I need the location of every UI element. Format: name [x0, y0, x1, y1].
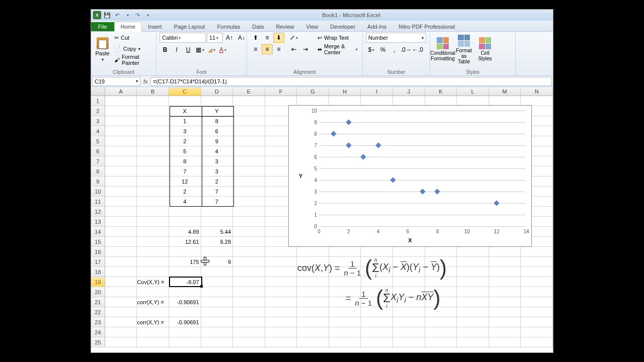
tab-file[interactable]: File [91, 22, 114, 31]
align-top-button[interactable]: ⬆ [250, 33, 261, 43]
increase-decimal-button[interactable]: .0→ [400, 45, 412, 55]
cell-E11[interactable] [233, 197, 265, 207]
cell-D18[interactable] [201, 267, 233, 277]
cell-A17[interactable] [105, 257, 137, 267]
cell-B24[interactable] [137, 327, 169, 337]
cell-B17[interactable] [137, 257, 169, 267]
cell-B11[interactable] [137, 197, 169, 207]
increase-indent-button[interactable]: ⇥ [300, 44, 311, 54]
cell-E5[interactable] [233, 136, 265, 146]
cell-E19[interactable] [233, 277, 265, 287]
number-format-select[interactable]: Number▾ [366, 33, 426, 43]
cell-D2[interactable]: Y [201, 106, 233, 116]
cell-A15[interactable] [105, 237, 137, 247]
tab-pagelayout[interactable]: Page Layout [168, 22, 211, 31]
undo-dropdown[interactable] [123, 11, 131, 19]
cell-M16[interactable] [489, 247, 521, 257]
cell-E9[interactable] [233, 176, 265, 187]
cell-D19[interactable] [201, 277, 233, 287]
row-header[interactable]: 24 [91, 327, 105, 337]
cell-D15[interactable]: 6.28 [201, 237, 233, 247]
cell-D17[interactable]: 9 [201, 257, 233, 267]
row-header[interactable]: 14 [91, 227, 105, 237]
cell-M24[interactable] [489, 327, 521, 337]
cell-E13[interactable] [233, 217, 265, 227]
cell-D13[interactable] [201, 217, 233, 227]
cell-A10[interactable] [105, 187, 137, 197]
cell-B25[interactable] [137, 337, 169, 347]
cell-C14[interactable]: 4.89 [169, 227, 201, 237]
cell-D10[interactable]: 7 [201, 187, 233, 197]
cell-M25[interactable] [489, 337, 521, 347]
undo-icon[interactable]: ↶ [113, 11, 121, 19]
cell-E21[interactable] [233, 297, 265, 307]
cell-E2[interactable] [233, 106, 265, 116]
cell-E24[interactable] [233, 327, 265, 337]
cell-N1[interactable] [521, 96, 553, 106]
cell-C24[interactable] [169, 327, 201, 337]
tab-nitro[interactable]: Nitro PDF Professional [392, 22, 461, 31]
italic-button[interactable]: I [171, 45, 182, 55]
row-header[interactable]: 10 [91, 187, 105, 197]
row-header[interactable]: 13 [91, 217, 105, 227]
cell-M18[interactable] [489, 267, 521, 277]
shrink-font-button[interactable]: A↓ [236, 33, 247, 43]
tab-developer[interactable]: Developer [324, 22, 361, 31]
cell-I1[interactable] [361, 96, 393, 106]
cell-N20[interactable] [521, 287, 553, 297]
cell-F18[interactable] [265, 267, 297, 277]
font-color-button[interactable]: A [217, 45, 228, 55]
decrease-decimal-button[interactable]: ←.0 [412, 45, 423, 55]
cell-B4[interactable] [137, 126, 169, 136]
wrap-text-button[interactable]: ↩Wrap Text [316, 33, 359, 43]
cell-A4[interactable] [105, 126, 137, 136]
cell-A18[interactable] [105, 267, 137, 277]
col-E[interactable]: E [233, 87, 265, 96]
cell-E6[interactable] [233, 146, 265, 156]
cell-K1[interactable] [425, 96, 457, 106]
comma-button[interactable]: , [389, 45, 400, 55]
cell-C3[interactable]: 1 [169, 116, 201, 126]
merge-center-button[interactable]: ⬌Merge & Center [316, 44, 359, 54]
cell-B1[interactable] [137, 96, 169, 106]
cell-A2[interactable] [105, 106, 137, 116]
cell-A16[interactable] [105, 247, 137, 257]
cut-button[interactable]: ✂Cut [113, 33, 153, 43]
cell-A22[interactable] [105, 307, 137, 317]
cell-C4[interactable]: 3 [169, 126, 201, 136]
cell-D5[interactable]: 9 [201, 136, 233, 146]
row-header[interactable]: 8 [91, 166, 105, 176]
cell-B20[interactable] [137, 287, 169, 297]
cell-A20[interactable] [105, 287, 137, 297]
cell-D21[interactable] [201, 297, 233, 307]
cell-N22[interactable] [521, 307, 553, 317]
cell-N18[interactable] [521, 267, 553, 277]
cell-C25[interactable] [169, 337, 201, 347]
cell-M19[interactable] [489, 277, 521, 287]
cell-E14[interactable] [233, 227, 265, 237]
cell-E23[interactable] [233, 317, 265, 327]
cell-B13[interactable] [137, 217, 169, 227]
cell-F1[interactable] [265, 96, 297, 106]
cell-E22[interactable] [233, 307, 265, 317]
tab-insert[interactable]: Insert [142, 22, 168, 31]
col-I[interactable]: I [361, 87, 393, 96]
cell-E18[interactable] [233, 267, 265, 277]
cell-C22[interactable] [169, 307, 201, 317]
col-A[interactable]: A [105, 87, 137, 96]
cell-M21[interactable] [489, 297, 521, 307]
row-header[interactable]: 23 [91, 317, 105, 327]
copy-button[interactable]: 📄Copy▾ [113, 44, 153, 54]
cell-B9[interactable] [137, 176, 169, 187]
col-J[interactable]: J [393, 87, 425, 96]
cell-D7[interactable]: 3 [201, 156, 233, 166]
cell-F25[interactable] [265, 337, 297, 347]
cell-N21[interactable] [521, 297, 553, 307]
cell-C2[interactable]: X [169, 106, 201, 116]
cell-D14[interactable]: 5.44 [201, 227, 233, 237]
format-painter-button[interactable]: 🖌Format Painter [113, 55, 153, 65]
cell-C5[interactable]: 2 [169, 136, 201, 146]
align-bottom-button[interactable]: ⬇ [273, 33, 284, 43]
row-header[interactable]: 3 [91, 116, 105, 126]
cell-B2[interactable] [137, 106, 169, 116]
